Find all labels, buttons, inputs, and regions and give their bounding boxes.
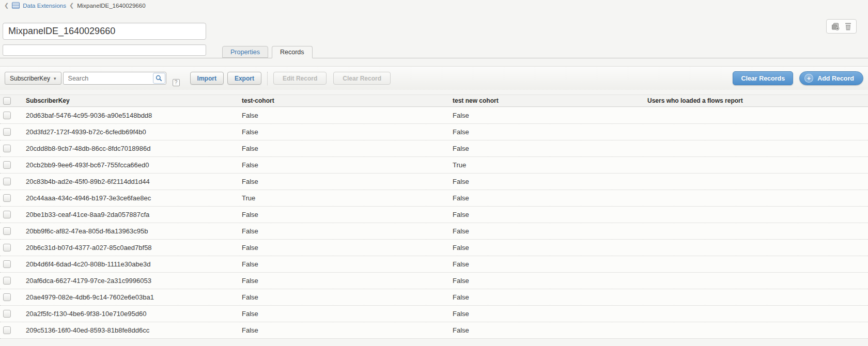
row-checkbox[interactable] xyxy=(3,244,11,251)
cell-test-new-cohort: False xyxy=(447,227,642,235)
clear-record-button[interactable]: Clear Record xyxy=(333,72,391,85)
cell-subscriber-key: 20d63baf-5476-4c95-9036-a90e5148bdd8 xyxy=(21,112,237,119)
table-body: 20d63baf-5476-4c95-9036-a90e5148bdd8Fals… xyxy=(0,107,868,339)
row-checkbox[interactable] xyxy=(3,293,11,301)
cell-test-new-cohort: False xyxy=(447,326,642,334)
cell-subscriber-key: 20a2f5fc-f130-4be6-9f38-10e710e95d60 xyxy=(21,310,237,318)
breadcrumb: ❮ Data Extensions ❮ MixpanelDE_164002966… xyxy=(4,2,146,9)
records-toolbar: SubscriberKey ▾ ? Import Export Edit Rec… xyxy=(0,66,868,90)
plus-icon: + xyxy=(804,74,813,83)
cell-test-cohort: False xyxy=(237,326,447,334)
cell-test-new-cohort: True xyxy=(447,161,642,169)
cell-test-cohort: False xyxy=(237,293,447,301)
cell-test-cohort: False xyxy=(237,310,447,318)
cell-test-cohort: True xyxy=(237,194,447,202)
cell-subscriber-key: 20ae4979-082e-4db6-9c14-7602e6e03ba1 xyxy=(21,293,237,301)
column-header-users-flows-report: Users who loaded a flows report xyxy=(642,97,868,104)
table-row: 20c44aaa-434c-4946-b197-3e3ce6fae8ecTrue… xyxy=(0,190,868,207)
table-row: 20be1b33-ceaf-41ce-8aa9-2da057887cfaFals… xyxy=(0,207,868,223)
cell-test-cohort: False xyxy=(237,211,447,218)
data-extensions-grid-icon xyxy=(12,2,20,9)
breadcrumb-current: MixpanelDE_1640029660 xyxy=(77,3,145,9)
table-row: 20cb2bb9-9ee6-493f-bc67-755fcca66ed0Fals… xyxy=(0,157,868,174)
import-button[interactable]: Import xyxy=(190,72,224,85)
cell-test-cohort: False xyxy=(237,227,447,235)
cell-subscriber-key: 209c5136-16f0-40ed-8593-81b8fe8dd6cc xyxy=(21,326,237,334)
select-all-checkbox[interactable] xyxy=(3,97,11,105)
help-icon[interactable]: ? xyxy=(173,79,180,86)
copy-icon[interactable] xyxy=(831,23,840,30)
cell-test-cohort: False xyxy=(237,161,447,169)
cell-subscriber-key: 20c44aaa-434c-4946-b197-3e3ce6fae8ec xyxy=(21,194,237,202)
tab-records[interactable]: Records xyxy=(272,46,313,58)
row-checkbox[interactable] xyxy=(3,326,11,334)
cell-test-new-cohort: False xyxy=(447,128,642,136)
table-row: 20ae4979-082e-4db6-9c14-7602e6e03ba1Fals… xyxy=(0,289,868,306)
cell-subscriber-key: 20b4d6f4-6dad-4c20-808b-1111e30abe3d xyxy=(21,260,237,268)
table-row: 20bb9f6c-af82-47ea-805d-f6a13963c95bFals… xyxy=(0,223,868,240)
cell-subscriber-key: 20af6dca-6627-4179-97ce-2a31c9996053 xyxy=(21,277,237,285)
cell-subscriber-key: 20c83b4b-ad2e-45f0-89b2-6f2114dd1d44 xyxy=(21,178,237,185)
cell-test-new-cohort: False xyxy=(447,145,642,152)
cell-subscriber-key: 20cb2bb9-9ee6-493f-bc67-755fcca66ed0 xyxy=(21,161,237,169)
cell-test-cohort: False xyxy=(237,128,447,136)
cell-subscriber-key: 20cdd8b8-9cb7-48db-86cc-8fdc7018986d xyxy=(21,145,237,152)
table-header: SubscriberKey test-cohort test new cohor… xyxy=(0,95,868,107)
cell-subscriber-key: 20d3fd27-172f-4939-b72c-6cfedb69f4b0 xyxy=(21,128,237,136)
export-button[interactable]: Export xyxy=(227,72,261,85)
cell-test-cohort: False xyxy=(237,178,447,185)
row-checkbox[interactable] xyxy=(3,310,11,318)
table-row: 20d63baf-5476-4c95-9036-a90e5148bdd8Fals… xyxy=(0,107,868,124)
search-input[interactable] xyxy=(63,72,166,85)
cell-test-cohort: False xyxy=(237,277,447,285)
breadcrumb-link-data-extensions[interactable]: Data Extensions xyxy=(23,3,66,9)
table-row: 20b4d6f4-6dad-4c20-808b-1111e30abe3dFals… xyxy=(0,256,868,273)
table-row: 20d3fd27-172f-4939-b72c-6cfedb69f4b0Fals… xyxy=(0,124,868,140)
cell-test-new-cohort: False xyxy=(447,112,642,119)
cell-test-cohort: False xyxy=(237,260,447,268)
cell-test-new-cohort: False xyxy=(447,211,642,218)
cell-test-new-cohort: False xyxy=(447,277,642,285)
cell-test-cohort: False xyxy=(237,244,447,251)
tab-bar: Properties Records xyxy=(0,46,868,58)
row-checkbox[interactable] xyxy=(3,277,11,285)
cell-test-cohort: False xyxy=(237,145,447,152)
back-chevron-icon[interactable]: ❮ xyxy=(4,3,9,8)
row-checkbox[interactable] xyxy=(3,178,11,185)
row-checkbox[interactable] xyxy=(3,112,11,119)
cell-subscriber-key: 20be1b33-ceaf-41ce-8aa9-2da057887cfa xyxy=(21,211,237,218)
cell-test-new-cohort: False xyxy=(447,244,642,251)
search-icon xyxy=(156,75,162,82)
cell-test-cohort: False xyxy=(237,112,447,119)
edit-record-button[interactable]: Edit Record xyxy=(273,72,327,85)
row-checkbox[interactable] xyxy=(3,260,11,268)
search-button[interactable] xyxy=(153,73,165,84)
column-header-test-cohort: test-cohort xyxy=(237,97,447,104)
cell-subscriber-key: 20bb9f6c-af82-47ea-805d-f6a13963c95b xyxy=(21,227,237,235)
delete-icon[interactable] xyxy=(845,23,851,30)
search-field-dropdown[interactable]: SubscriberKey ▾ xyxy=(5,72,61,85)
cell-test-new-cohort: False xyxy=(447,260,642,268)
table-row: 20af6dca-6627-4179-97ce-2a31c9996053Fals… xyxy=(0,273,868,289)
data-extension-name-input[interactable] xyxy=(3,23,206,40)
clear-records-button[interactable]: Clear Records xyxy=(733,71,793,85)
cell-test-new-cohort: False xyxy=(447,194,642,202)
table-row: 209c5136-16f0-40ed-8593-81b8fe8dd6ccFals… xyxy=(0,322,868,339)
add-record-button[interactable]: + Add Record xyxy=(799,71,863,85)
table-row: 20cdd8b8-9cb7-48db-86cc-8fdc7018986dFals… xyxy=(0,140,868,157)
row-checkbox[interactable] xyxy=(3,145,11,152)
table-row: 20b6c31d-b07d-4377-a027-85c0aed7bf58Fals… xyxy=(0,240,868,256)
row-checkbox[interactable] xyxy=(3,128,11,136)
chevron-down-icon: ▾ xyxy=(54,76,56,81)
breadcrumb-separator-icon: ❮ xyxy=(69,3,74,8)
table-row: 20c83b4b-ad2e-45f0-89b2-6f2114dd1d44Fals… xyxy=(0,174,868,190)
toolbar-divider xyxy=(267,72,268,85)
row-checkbox[interactable] xyxy=(3,194,11,202)
header-actions xyxy=(826,19,857,34)
cell-test-new-cohort: False xyxy=(447,310,642,318)
row-checkbox[interactable] xyxy=(3,227,11,235)
row-checkbox[interactable] xyxy=(3,161,11,169)
row-checkbox[interactable] xyxy=(3,211,11,218)
tab-properties[interactable]: Properties xyxy=(222,46,268,58)
column-header-subscriberkey: SubscriberKey xyxy=(21,97,237,104)
